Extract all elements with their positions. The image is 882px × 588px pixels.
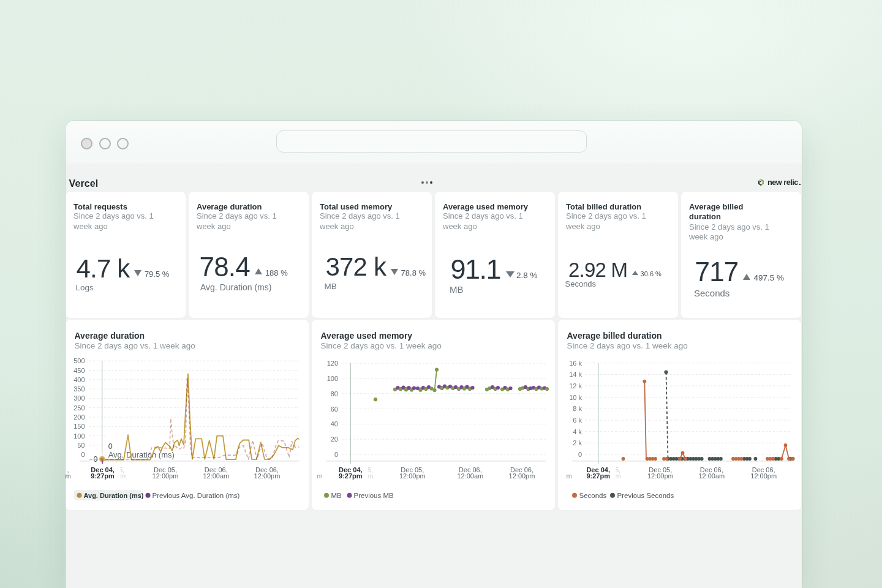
- svg-text:4 k: 4 k: [573, 428, 582, 435]
- svg-text:Seconds: Seconds: [579, 492, 607, 499]
- svg-text:0: 0: [334, 451, 338, 458]
- svg-text:350: 350: [74, 385, 85, 393]
- svg-text:Avg. Duration (ms): Avg. Duration (ms): [84, 492, 144, 499]
- svg-text:14 k: 14 k: [569, 371, 582, 378]
- svg-text:500: 500: [74, 357, 85, 364]
- svg-text:12:00pm: 12:00pm: [509, 472, 535, 480]
- svg-text:12:00pm: 12:00pm: [647, 472, 674, 480]
- svg-text:12:00am: 12:00am: [203, 472, 229, 480]
- svg-text:12:00pm: 12:00pm: [153, 472, 179, 480]
- svg-text:m: m: [120, 472, 126, 480]
- svg-text:150: 150: [74, 423, 85, 430]
- svg-text:12:00pm: 12:00pm: [399, 472, 426, 480]
- svg-text:10 k: 10 k: [569, 394, 582, 401]
- svg-text:m: m: [65, 472, 70, 480]
- svg-text:0: 0: [108, 442, 113, 451]
- svg-text:450: 450: [74, 367, 85, 374]
- svg-text:m: m: [566, 472, 571, 480]
- svg-text:12:00pm: 12:00pm: [254, 472, 281, 480]
- svg-text:9:27pm: 9:27pm: [91, 472, 115, 480]
- svg-text:12:00am: 12:00am: [457, 472, 483, 480]
- svg-text:0: 0: [578, 451, 582, 458]
- svg-text:12 k: 12 k: [569, 382, 582, 390]
- svg-text:Previous Seconds: Previous Seconds: [617, 492, 674, 499]
- svg-text:40: 40: [331, 420, 338, 428]
- svg-text:0: 0: [94, 455, 98, 464]
- svg-text:m: m: [368, 472, 374, 480]
- svg-text:50: 50: [77, 442, 85, 449]
- svg-text:400: 400: [74, 376, 85, 383]
- svg-text:9:27pm: 9:27pm: [586, 472, 610, 480]
- svg-text:200: 200: [74, 413, 85, 421]
- svg-text:80: 80: [331, 390, 338, 398]
- svg-text:MB: MB: [331, 492, 342, 499]
- svg-text:120: 120: [327, 360, 338, 367]
- svg-text:100: 100: [327, 375, 338, 382]
- svg-text:9:27pm: 9:27pm: [339, 472, 363, 480]
- svg-text:12:00pm: 12:00pm: [750, 472, 777, 480]
- svg-text:8 k: 8 k: [573, 405, 582, 412]
- svg-text:Previous MB: Previous MB: [354, 492, 394, 499]
- svg-text:100: 100: [74, 432, 85, 440]
- svg-text:Previous Avg. Duration (ms): Previous Avg. Duration (ms): [153, 492, 240, 499]
- svg-text:60: 60: [331, 405, 338, 413]
- svg-text:Avg. Duration (ms): Avg. Duration (ms): [108, 450, 175, 459]
- svg-text:2 k: 2 k: [573, 439, 582, 447]
- svg-text:12:00am: 12:00am: [698, 472, 725, 480]
- svg-text:16 k: 16 k: [569, 360, 582, 367]
- svg-text:20: 20: [331, 435, 338, 443]
- svg-text:300: 300: [74, 394, 85, 402]
- svg-text:0: 0: [81, 451, 85, 458]
- svg-text:m: m: [317, 472, 322, 480]
- svg-text:250: 250: [74, 404, 85, 412]
- svg-text:6 k: 6 k: [573, 417, 582, 424]
- svg-text:m: m: [616, 472, 621, 480]
